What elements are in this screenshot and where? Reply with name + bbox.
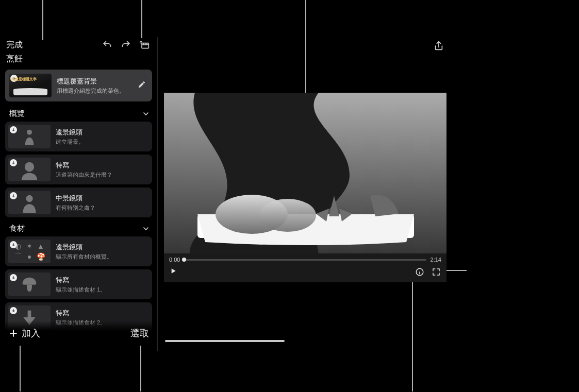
play-button[interactable]	[169, 267, 177, 277]
clip-title: 特寫	[56, 276, 149, 285]
clip-list[interactable]: + 此處是標題文字 標題覆蓋背景 用標題介紹您完成的菜色。 概覽 + 遠景鏡頭	[0, 70, 157, 351]
clip-title: 遠景鏡頭	[56, 243, 149, 252]
expand-icon	[432, 267, 441, 277]
mushroom-icon	[18, 274, 41, 295]
callout-line	[42, 0, 43, 40]
play-icon	[169, 267, 177, 275]
section-header-ingredients[interactable]: 食材	[5, 220, 152, 236]
clip-row[interactable]: + 特寫 這道菜的由來是什麼？	[5, 155, 152, 184]
clip-title: 中景鏡頭	[56, 194, 149, 203]
preview-illustration	[164, 93, 446, 253]
title-cover-subtitle: 用標題介紹您完成的菜色。	[57, 87, 148, 95]
clip-row[interactable]: + 遠景鏡頭 建立場景。	[5, 122, 152, 151]
pencil-icon	[138, 80, 146, 89]
add-media-badge[interactable]: +	[10, 307, 17, 314]
callout-line	[412, 277, 413, 391]
title-cover-thumbnail: + 此處是標題文字	[9, 74, 52, 97]
undo-button[interactable]	[101, 38, 114, 52]
clip-row[interactable]: + 中景鏡頭 有何特別之處？	[5, 188, 152, 217]
clip-info-button[interactable]	[415, 267, 425, 277]
panel-divider	[157, 37, 158, 351]
edit-title-button[interactable]	[138, 80, 146, 91]
preview-controls: 0:00 2:14	[164, 253, 446, 282]
section-header-overview[interactable]: 概覽	[5, 106, 152, 122]
shot-list-panel: 完成 烹飪 + 此處是標題文字 標題覆蓋背景	[0, 35, 157, 351]
svg-point-2	[27, 130, 32, 135]
project-title: 烹飪	[0, 54, 157, 70]
title-cover-info: 標題覆蓋背景 用標題介紹您完成的菜色。	[57, 77, 148, 95]
add-media-badge[interactable]: +	[10, 192, 17, 199]
section-title: 概覽	[9, 109, 25, 118]
clip-thumbnail: +	[8, 191, 51, 214]
silhouette-full-icon	[18, 126, 41, 147]
add-media-badge[interactable]: +	[10, 241, 17, 248]
section-title: 食材	[9, 224, 25, 233]
title-cover-title: 標題覆蓋背景	[57, 77, 148, 86]
add-storyboard-clip-button[interactable]	[138, 38, 151, 52]
time-current: 0:00	[169, 257, 180, 263]
title-thumb-overlay: 此處是標題文字	[11, 77, 37, 82]
preview-stage[interactable]	[164, 93, 446, 253]
redo-button[interactable]	[119, 38, 133, 52]
clip-subtitle: 顯示並描述食材 1。	[56, 286, 149, 294]
ingredients-grid-icon: ◐✶▲ ⌒●🍄	[13, 242, 46, 261]
clip-title: 特寫	[56, 309, 149, 318]
chevron-down-icon	[142, 225, 150, 233]
share-button[interactable]	[433, 40, 448, 55]
undo-icon	[102, 40, 112, 50]
clip-title: 特寫	[56, 161, 149, 170]
time-total: 2:14	[431, 257, 441, 263]
redo-icon	[121, 40, 131, 50]
add-clip-icon	[139, 40, 150, 50]
preview-player: 0:00 2:14	[164, 93, 446, 282]
add-label: 加入	[22, 327, 40, 339]
silhouette-closeup-icon	[18, 159, 41, 180]
svg-point-4	[26, 195, 32, 202]
svg-point-3	[25, 162, 34, 172]
svg-point-7	[259, 199, 316, 232]
clip-thumbnail: +	[8, 125, 51, 148]
add-media-badge[interactable]: +	[10, 274, 17, 281]
title-cover-card[interactable]: + 此處是標題文字 標題覆蓋背景 用標題介紹您完成的菜色。	[5, 70, 152, 101]
add-media-badge[interactable]: +	[10, 159, 17, 166]
clip-subtitle: 這道菜的由來是什麼？	[56, 171, 149, 179]
clip-subtitle: 建立場景。	[56, 138, 149, 146]
silhouette-medium-icon	[18, 192, 41, 213]
home-indicator	[165, 340, 285, 342]
callout-line	[141, 0, 142, 38]
clip-row[interactable]: + 特寫 顯示並描述食材 1。	[5, 269, 152, 299]
bottom-toolbar: 加入 選取	[0, 321, 157, 346]
share-icon	[433, 40, 444, 52]
scrubber[interactable]: 0:00 2:14	[169, 255, 441, 264]
clip-title: 遠景鏡頭	[56, 128, 149, 137]
info-icon	[415, 267, 424, 277]
add-section-button[interactable]: 加入	[8, 327, 40, 339]
clip-row[interactable]: + ◐✶▲ ⌒●🍄 遠景鏡頭 顯示所有食材的概覽。	[5, 236, 152, 266]
scrubber-track[interactable]	[184, 259, 426, 261]
playhead[interactable]	[182, 258, 186, 262]
select-button[interactable]: 選取	[130, 327, 149, 339]
plus-icon	[8, 328, 19, 338]
clip-thumbnail: + ◐✶▲ ⌒●🍄	[8, 240, 51, 263]
clip-thumbnail: +	[8, 158, 51, 181]
add-media-badge[interactable]: +	[10, 126, 17, 133]
chevron-down-icon	[142, 110, 150, 118]
clip-thumbnail: +	[8, 272, 51, 296]
top-bar: 完成	[0, 35, 157, 54]
done-button[interactable]: 完成	[6, 40, 23, 50]
clip-subtitle: 顯示所有食材的概覽。	[56, 253, 149, 261]
callout-line	[305, 0, 306, 100]
fullscreen-button[interactable]	[431, 267, 441, 277]
clip-subtitle: 有何特別之處？	[56, 204, 149, 212]
